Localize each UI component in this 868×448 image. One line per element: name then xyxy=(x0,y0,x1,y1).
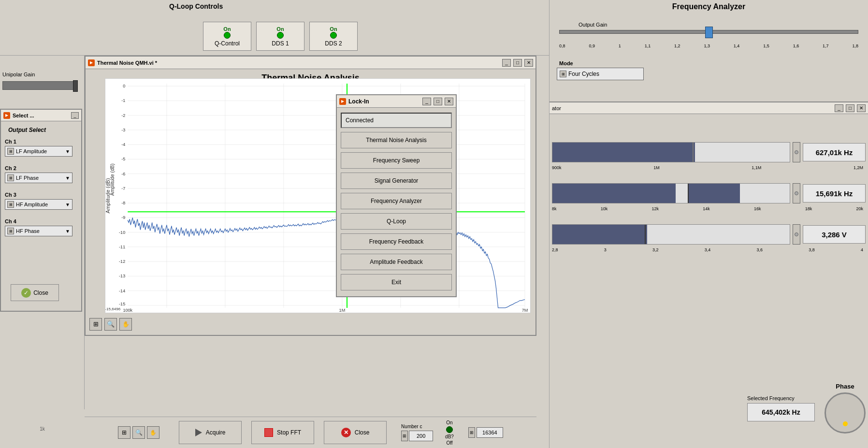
db-label: dB? xyxy=(445,434,454,439)
svg-text:-12: -12 xyxy=(119,259,125,264)
freq-bar-row-1: 627,01k Hz 900k1M1,1M1,2M xyxy=(552,140,866,170)
ch1-row: Ch 1 ⊞ LF Amplitude ▼ xyxy=(5,139,77,157)
svg-text:-10: -10 xyxy=(119,230,125,235)
mode-value: Four Cycles xyxy=(568,71,599,77)
ch1-value: LF Amplitude xyxy=(16,148,47,154)
ch3-dropdown[interactable]: ⊞ HF Amplitude ▼ xyxy=(5,199,72,210)
svg-text:0: 0 xyxy=(123,84,125,88)
select-close-button[interactable]: ✓ Close xyxy=(11,284,59,301)
channel-group: Ch 1 ⊞ LF Amplitude ▼ Ch 2 ⊞ LF Phase ▼ … xyxy=(5,139,77,245)
svg-text:-6: -6 xyxy=(121,172,125,176)
freq-bar-graph-1 xyxy=(552,142,790,162)
frequency-analyzer-button[interactable]: Frequency Analyzer xyxy=(341,193,452,209)
freq-bar-cursor-1 xyxy=(693,143,694,162)
bottom-hand-icon[interactable]: ✋ xyxy=(147,426,159,439)
frequency-feedback-button[interactable]: Frequency Feedback xyxy=(341,233,452,250)
gain-slider-thumb[interactable] xyxy=(705,27,713,38)
ch4-dropdown[interactable]: ⊞ HF Phase ▼ xyxy=(5,226,72,236)
lockin-body: Connected Thermal Noise Analysis Frequen… xyxy=(337,108,456,295)
lockin-title-text: Lock-In xyxy=(348,98,420,105)
ch2-dropdown[interactable]: ⊞ LF Phase ▼ xyxy=(5,173,72,183)
freq-bar-knob-1[interactable] xyxy=(793,142,800,162)
exit-button[interactable]: Exit xyxy=(341,274,452,290)
svg-text:-15: -15 xyxy=(119,302,125,306)
output-gain-label: Output Gain xyxy=(579,22,607,28)
freq-bar-knob-2[interactable] xyxy=(793,183,800,203)
svg-text:-13: -13 xyxy=(119,274,125,278)
acquire-button[interactable]: Acquire xyxy=(179,421,242,444)
number-cycles-value: 200 xyxy=(409,431,433,441)
select-title-text: Select ... xyxy=(13,113,69,118)
lockin-maximize-button[interactable]: □ xyxy=(434,98,442,105)
stop-square-icon xyxy=(264,428,273,437)
thermal-titlebar: Thermal Noise QMH.vi * _ □ ✕ xyxy=(86,57,535,69)
freq-analyzer-title: Frequency Analyzer xyxy=(550,2,868,11)
action-buttons-bar: ⊞ 🔍 ✋ Acquire Stop FFT ✕ Close Number c … xyxy=(85,417,536,448)
bottom-add-icon[interactable]: ⊞ xyxy=(118,426,130,439)
amplitude-feedback-button[interactable]: Amplitude Feedback xyxy=(341,254,452,270)
ch4-value: HF Phase xyxy=(16,228,40,234)
q-control-toggle[interactable]: On Q-Control xyxy=(203,22,251,51)
phase-label: Phase xyxy=(836,383,854,390)
thermal-close-button[interactable]: ✕ xyxy=(524,59,533,67)
action-close-label: Close xyxy=(355,429,370,436)
ch2-arrow-icon: ▼ xyxy=(65,175,70,181)
ch4-spinner-icon: ⊞ xyxy=(7,228,14,234)
lockin-dialog: Lock-In _ □ ✕ Connected Thermal Noise An… xyxy=(336,94,457,297)
freq-bar-knob-3[interactable] xyxy=(793,224,800,245)
freq-value-1: 627,01k Hz xyxy=(803,143,866,161)
toolbar-hand-icon[interactable]: ✋ xyxy=(119,318,132,331)
phase-dial[interactable] xyxy=(825,392,866,434)
stop-fft-button[interactable]: Stop FFT xyxy=(251,421,314,444)
lockin-close-button[interactable]: ✕ xyxy=(445,98,453,105)
ch1-dropdown[interactable]: ⊞ LF Amplitude ▼ xyxy=(5,146,72,157)
ator-close-button[interactable]: ✕ xyxy=(857,104,866,112)
y-axis-label: Amplitude (dB) xyxy=(105,178,111,214)
frequency-sweep-button[interactable]: Frequency Sweep xyxy=(341,152,452,169)
action-close-button[interactable]: ✕ Close xyxy=(324,421,387,444)
thermal-minimize-button[interactable]: _ xyxy=(502,59,511,67)
dds2-label: DDS 2 xyxy=(325,40,342,47)
freq-value-2: 15,691k Hz xyxy=(803,184,866,202)
lockin-status: Connected xyxy=(341,113,452,128)
small-value-group: ⊞ 16364 xyxy=(468,427,503,438)
lockin-minimize-button[interactable]: _ xyxy=(422,98,431,105)
gain-scale: 0,80,911,11,21,31,41,51,61,71,8 xyxy=(559,43,858,48)
mode-dropdown[interactable]: ⊞ Four Cycles xyxy=(557,68,644,80)
toolbar-add-icon[interactable]: ⊞ xyxy=(89,318,102,331)
small-value-spinner-icon[interactable]: ⊞ xyxy=(468,427,475,438)
ch1-spinner-icon: ⊞ xyxy=(7,148,14,155)
unipolar-gain-label: Unipolar Gain xyxy=(2,72,35,77)
db-toggle-led[interactable] xyxy=(446,426,453,433)
ator-minimize-button[interactable]: _ xyxy=(835,104,843,112)
toolbar-zoom-icon[interactable]: 🔍 xyxy=(104,318,117,331)
dds2-toggle[interactable]: On DDS 2 xyxy=(309,22,358,51)
number-cycles-group: Number c ⊞ 200 xyxy=(401,424,433,441)
ch4-label: Ch 4 xyxy=(5,218,77,224)
svg-text:-11: -11 xyxy=(119,245,125,249)
acquire-label: Acquire xyxy=(206,429,226,436)
svg-text:-14: -14 xyxy=(119,289,125,293)
bottom-zoom-icon[interactable]: 🔍 xyxy=(132,426,145,439)
ch3-spinner-icon: ⊞ xyxy=(7,201,14,208)
dds1-toggle[interactable]: On DDS 1 xyxy=(256,22,304,51)
stop-fft-label: Stop FFT xyxy=(277,429,301,436)
close-x-circle-icon: ✕ xyxy=(341,428,351,437)
thermal-maximize-button[interactable]: □ xyxy=(513,59,522,67)
freq-bar-fill-1 xyxy=(552,143,695,162)
ch1-arrow-icon: ▼ xyxy=(65,149,70,154)
phase-group: Phase xyxy=(825,383,866,434)
dds1-label: DDS 1 xyxy=(272,40,289,47)
number-spinner-icon[interactable]: ⊞ xyxy=(401,431,408,441)
lockin-logo-icon xyxy=(339,98,346,105)
freq-scale-1: 900k1M1,1M1,2M xyxy=(552,165,866,170)
selected-freq-value: 645,402k Hz xyxy=(747,403,815,421)
ator-maximize-button[interactable]: □ xyxy=(846,104,854,112)
toggle-group: On Q-Control On DDS 1 On DDS 2 xyxy=(203,22,358,51)
q-control-label: Q-Control xyxy=(215,40,240,47)
thermal-noise-analysis-button[interactable]: Thermal Noise Analysis xyxy=(341,132,452,148)
signal-generator-button[interactable]: Signal Generator xyxy=(341,173,452,189)
gain-slider-track xyxy=(559,30,858,34)
q-loop-button[interactable]: Q-Loop xyxy=(341,213,452,230)
select-minimize-button[interactable]: _ xyxy=(71,112,79,119)
